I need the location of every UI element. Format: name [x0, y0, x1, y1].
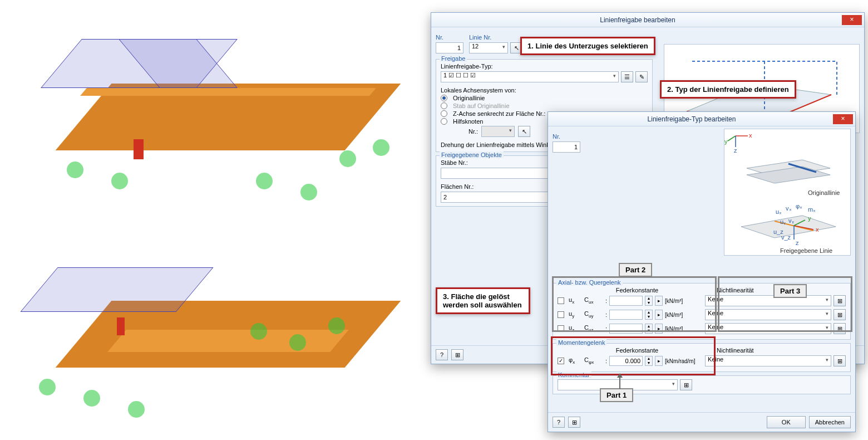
typ-label: Linienfreigabe-Typ:	[441, 63, 648, 70]
svg-text:uᵧ: uᵧ	[780, 218, 786, 225]
svg-text:y: y	[724, 138, 728, 145]
calc-icon[interactable]: ⊞	[568, 417, 580, 428]
close-icon[interactable]: ×	[842, 15, 862, 25]
titlebar-2: Linienfreigabe-Typ bearbeiten ×	[548, 112, 855, 126]
svg-line-1	[728, 136, 736, 141]
callout-2: 2. Typ der Linienfreigabe definieren	[660, 80, 796, 99]
dialog-title: Linienfreigabe bearbeiten	[433, 16, 842, 24]
cancel-button[interactable]: Abbrechen	[809, 416, 851, 428]
help-icon-2[interactable]: ?	[553, 417, 565, 428]
pick-helper-icon[interactable]: ↖	[518, 126, 530, 137]
svg-text:Originallinie: Originallinie	[808, 189, 840, 196]
nonlin-phix[interactable]: Keine	[705, 355, 831, 366]
svg-text:z: z	[796, 239, 799, 246]
objekte-label: Freigegebene Objekte	[440, 151, 504, 158]
nr-sub-combo	[481, 126, 515, 137]
callout-1: 1. Linie des Unterzuges selektieren	[520, 37, 655, 55]
titlebar: Linienfreigabe bearbeiten ×	[431, 13, 864, 27]
highlight-part1	[551, 336, 716, 375]
svg-text:x: x	[749, 132, 752, 139]
diagram-pane-2: x y z Originallinie uₓ vₓ	[724, 129, 851, 256]
nonlin-phix-edit[interactable]: ⊞	[834, 355, 846, 366]
linie-nr-label: Linie Nr.	[469, 34, 522, 41]
highlight-part2	[552, 276, 717, 332]
achsen-label: Lokales Achsensystem von:	[441, 87, 648, 94]
svg-text:x: x	[816, 226, 819, 233]
close-icon-2[interactable]: ×	[833, 114, 853, 124]
typ-combo[interactable]: 1 ☑ ☐ ☐ ☑	[441, 71, 619, 82]
settings-icon[interactable]: ⊞	[451, 349, 463, 360]
freigabe-label: Freigabe	[440, 55, 467, 62]
help-icon[interactable]: ?	[436, 349, 448, 360]
svg-text:Freigegebene Linie: Freigegebene Linie	[780, 247, 832, 254]
radio-originallinie[interactable]	[441, 95, 447, 101]
radio-stab	[441, 102, 447, 109]
radio-hilfsknoten[interactable]	[441, 118, 447, 125]
ok-button[interactable]: OK	[767, 416, 806, 428]
viewport-3d	[0, 0, 428, 440]
part1-label: Part 1	[600, 388, 633, 402]
kommentar-pick[interactable]: ⊞	[680, 379, 692, 390]
svg-text:φₓ: φₓ	[796, 203, 802, 209]
svg-text:vₓ: vₓ	[786, 205, 792, 212]
nr-label: Nr.	[436, 34, 463, 41]
typ-new-icon[interactable]: ☰	[621, 71, 633, 82]
svg-text:vᵧ: vᵧ	[788, 217, 794, 224]
svg-text:y: y	[808, 215, 811, 222]
dialog2-title: Linienfreigabe-Typ bearbeiten	[550, 115, 833, 123]
svg-text:v_z: v_z	[781, 234, 791, 241]
radio-z-achse[interactable]	[441, 110, 447, 117]
svg-text:mₓ: mₓ	[808, 206, 816, 213]
nr2-input[interactable]	[553, 141, 580, 153]
linie-nr-combo[interactable]: 12	[469, 42, 508, 53]
part2-label: Part 2	[619, 263, 652, 277]
nr-input[interactable]	[436, 42, 463, 53]
part3-label: Part 3	[773, 284, 807, 298]
dialog-typ: Linienfreigabe-Typ bearbeiten × Nr. x y …	[548, 111, 856, 432]
svg-text:z: z	[734, 147, 737, 154]
typ-edit-icon[interactable]: ✎	[635, 71, 648, 82]
svg-text:uₓ: uₓ	[776, 208, 782, 215]
callout-3: 3. Fläche die gelöst werden soll auswähl…	[436, 287, 530, 314]
